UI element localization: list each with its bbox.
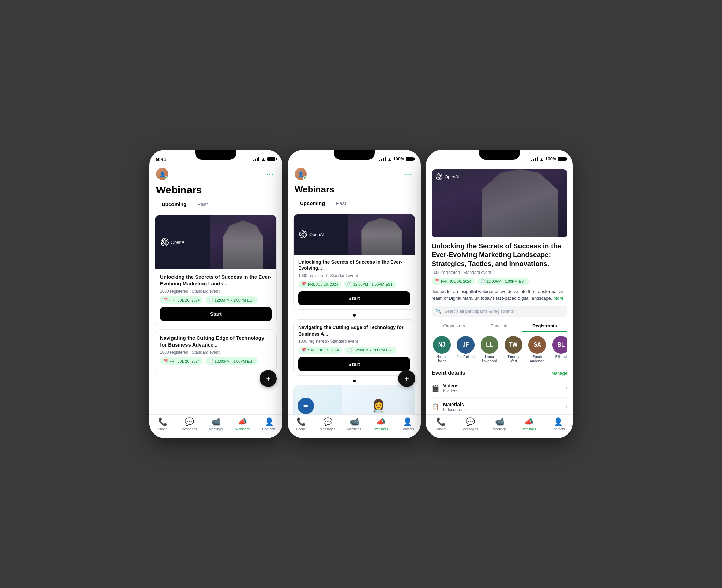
detail-date-tag: 📅 FRI, JUL 26, 2024	[432, 278, 475, 285]
nav-messages-2[interactable]: 💬 Messages	[314, 417, 341, 431]
more-link[interactable]: More	[553, 296, 563, 301]
registrant-ll[interactable]: LL Laura Lovegood	[479, 336, 500, 363]
page-title-2: Webinars	[288, 183, 421, 197]
nav-webinars-2[interactable]: 📣 Webinars	[367, 417, 394, 431]
nav-phone-2[interactable]: 📞 Phone	[288, 417, 314, 431]
videos-label: Videos	[443, 383, 459, 388]
webinars-nav-icon-1: 📣	[238, 417, 247, 426]
nav-meetings-label-1: Meetings	[209, 427, 223, 431]
openai-logo-1: OpenAI	[161, 238, 186, 246]
battery-percent-2: 100%	[393, 157, 404, 161]
search-bar[interactable]: 🔍 Search all participants & registrants	[432, 306, 567, 317]
nav-contacts-3[interactable]: 👤 Contacts	[543, 417, 573, 431]
svg-point-1	[304, 405, 307, 407]
nav-messages-3[interactable]: 💬 Messages	[455, 417, 485, 431]
start-button-p2-1[interactable]: Start	[298, 291, 410, 305]
medical-image-right: 👩‍⚕️	[342, 385, 415, 414]
nav-webinars-3[interactable]: 📣 Webinars	[514, 417, 543, 431]
user-avatar-1[interactable]: 👤	[156, 168, 168, 180]
start-button-1[interactable]: Start	[160, 307, 272, 321]
event-detail-materials-left: 📋 Materials 9 documents	[432, 402, 467, 412]
webinar-card-p2-1[interactable]: OpenAI Unlocking the Secrets of Success …	[293, 214, 415, 310]
nav-contacts-2[interactable]: 👤 Contacts	[394, 417, 421, 431]
more-button-1[interactable]: ···	[265, 168, 275, 179]
nav-webinars-1[interactable]: 📣 Webinars	[229, 417, 256, 431]
event-detail-materials[interactable]: 📋 Materials 9 documents ›	[432, 398, 567, 414]
app-header-1: 👤 ···	[149, 165, 282, 183]
fab-button-2[interactable]: +	[398, 370, 415, 387]
name-ll: Laura Lovegood	[479, 355, 500, 363]
event-detail-videos[interactable]: 🎬 Videos 6 videos ›	[432, 379, 567, 398]
videos-icon: 🎬	[432, 384, 439, 392]
tab-upcoming-1[interactable]: Upcoming	[156, 199, 192, 210]
online-indicator	[165, 176, 168, 180]
card-meta-p2-2: 1000 registered · Standard event	[298, 339, 410, 344]
start-button-p2-2[interactable]: Start	[298, 357, 410, 371]
wifi-icon-2: ▲	[387, 157, 392, 162]
nav-meetings-3[interactable]: 📹 Meetings	[485, 417, 514, 431]
notch	[195, 150, 236, 160]
webinar-card-1[interactable]: OpenAI Unlocking the Secrets of Success …	[155, 215, 277, 325]
nav-phone-3[interactable]: 📞 Phone	[426, 417, 455, 431]
meetings-nav-icon-1: 📹	[211, 417, 221, 426]
registrant-tw[interactable]: TW Timothy West	[503, 336, 524, 363]
chevron-videos: ›	[566, 385, 567, 391]
wifi-icon: ▲	[261, 157, 266, 162]
manage-button[interactable]: Manage	[551, 371, 567, 376]
tab-registrants[interactable]: Registrants	[522, 321, 567, 332]
page-title-1: Webinars	[149, 183, 282, 199]
registrant-jf[interactable]: JF Joe Finland	[455, 336, 476, 363]
nav-meetings-2[interactable]: 📹 Meetings	[341, 417, 367, 431]
date-tag-1: 📅 FRI, JUL 26, 2024	[160, 296, 203, 304]
registrant-nj[interactable]: NJ Natalie Jones	[432, 336, 452, 363]
battery-percent-3: 100%	[545, 157, 556, 161]
calendar-icon-p2-2: 📅	[302, 348, 306, 352]
event-details-section: Event details Manage 🎬 Videos 6 videos ›	[432, 370, 567, 414]
webinar-card-p2-2[interactable]: Navigating the Cutting Edge of Technolog…	[293, 319, 415, 375]
nav-phone-label-3: Phone	[436, 427, 446, 431]
nav-messages-label-2: Messages	[320, 427, 335, 431]
avatar-sa: SA	[528, 336, 546, 354]
card-image-p2-1: OpenAI	[294, 214, 415, 255]
avatar-ll: LL	[481, 336, 498, 354]
webinars-nav-icon-3: 📣	[524, 417, 533, 426]
nav-phone-1[interactable]: 📞 Phone	[149, 417, 176, 431]
user-avatar-2[interactable]: 👤	[295, 168, 307, 180]
phone-2: ▲ 100% 👤 ··· Webinars Upcoming	[288, 150, 421, 438]
nav-webinars-label-2: Webinars	[374, 427, 388, 431]
webinars-list-2: OpenAI Unlocking the Secrets of Success …	[288, 209, 421, 414]
nav-messages-1[interactable]: 💬 Messages	[176, 417, 202, 431]
openai-icon-1	[161, 238, 169, 246]
nav-contacts-1[interactable]: 👤 Contacts	[256, 417, 282, 431]
battery-icon-2	[406, 157, 414, 161]
registrant-bl[interactable]: BL Bill Levi	[551, 336, 567, 363]
fab-button-1[interactable]: +	[260, 370, 277, 387]
carousel-dots-1	[293, 314, 415, 317]
search-placeholder: Search all participants & registrants	[444, 309, 514, 314]
clock-icon-p2-1: 🕐	[347, 282, 352, 286]
nav-webinars-label-1: Webinars	[235, 427, 250, 431]
time-tag-p2-2: 🕐 12:00PM - 1:00PM EST	[344, 347, 397, 354]
avatar-nj: NJ	[433, 336, 451, 354]
webinar-card-2[interactable]: Navigating the Cutting Edge of Technolog…	[155, 329, 277, 372]
tab-past-1[interactable]: Past	[192, 199, 213, 210]
webinar-card-p2-3[interactable]: 👩‍⚕️ Enhancing Patient Care with Emergin…	[293, 385, 415, 414]
card-title-p2-1: Unlocking the Secrets of Success in the …	[298, 259, 410, 271]
robot-image-p2	[348, 214, 415, 255]
tab-upcoming-2[interactable]: Upcoming	[295, 197, 330, 209]
nav-meetings-1[interactable]: 📹 Meetings	[202, 417, 229, 431]
medical-logo	[298, 398, 314, 414]
registrant-sa[interactable]: SA Sarah Anderson	[527, 336, 547, 363]
medical-card-image: 👩‍⚕️	[294, 385, 415, 414]
search-icon: 🔍	[436, 308, 441, 314]
event-details-title: Event details	[432, 370, 465, 376]
tab-past-2[interactable]: Past	[330, 197, 351, 209]
detail-openai-icon	[436, 173, 442, 180]
more-button-2[interactable]: ···	[403, 168, 414, 179]
tab-organizers[interactable]: Organizers	[432, 321, 477, 332]
tab-panelists[interactable]: Panelists	[477, 321, 522, 332]
name-sa: Sarah Anderson	[527, 355, 547, 363]
person-tabs: Organizers Panelists Registrants	[432, 321, 567, 332]
avatar-tw: TW	[505, 336, 522, 354]
name-jf: Joe Finland	[457, 355, 475, 359]
